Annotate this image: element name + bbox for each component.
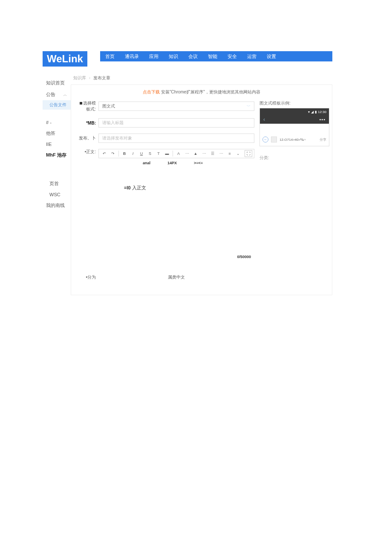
title-placeholder: 请输入标题 <box>102 120 124 126</box>
download-link[interactable]: 点击下载 <box>143 90 160 94</box>
underline-icon[interactable]: U <box>138 150 145 157</box>
nav-knowledge[interactable]: 知识 <box>169 53 178 60</box>
chevron-up-icon: ︿ <box>63 92 67 98</box>
nav-ops[interactable]: 运营 <box>247 53 257 60</box>
thumbnail-icon <box>271 137 277 142</box>
breadcrumb: 知识库 › 发布文章 <box>71 75 332 84</box>
sidebar-page-head[interactable]: 页首 <box>43 178 71 189</box>
bgcolor-icon[interactable]: ▲ <box>192 150 199 157</box>
back-icon: ‹ <box>263 116 265 122</box>
fullscreen-icon[interactable]: ⛶ <box>245 150 252 157</box>
strike-icon[interactable]: S <box>146 150 154 157</box>
battery-icon: ▮ <box>315 110 317 114</box>
list-ol-icon[interactable]: ⋯ <box>217 150 225 157</box>
sidebar-knowledge-home[interactable]: 知识首页 <box>43 77 71 89</box>
share-label: 分享 <box>320 137 326 142</box>
sidebar-bulletin-label: 公告 <box>46 91 55 98</box>
align-icon[interactable]: ⋯ <box>200 150 208 157</box>
thumbnail-text: 12-O714>40>⅓÷ <box>280 138 317 142</box>
tb2-anal[interactable]: anal <box>143 161 150 165</box>
size-icon[interactable]: ⋯ <box>183 150 191 157</box>
category-value: 属类中文 <box>98 274 254 280</box>
tb2-align[interactable]: >≡<≡ <box>194 161 203 165</box>
signal-icon: ◢ <box>311 110 314 114</box>
body-label: •正文: <box>76 149 98 155</box>
tb2-fontsize[interactable]: 14PX <box>167 161 177 165</box>
breadcrumb-current: 发布文章 <box>93 76 110 80</box>
publish-label: 发布。卜 <box>76 135 98 141</box>
breadcrumb-sep: › <box>89 76 90 80</box>
sidebar-item-iie[interactable]: IIE <box>43 139 71 149</box>
example-title: 图文式模板示例: <box>259 100 329 106</box>
sidebar-bulletin-file[interactable]: 公告文件 <box>43 100 71 110</box>
template-type-select[interactable]: 图文式 ﹀ <box>98 102 254 111</box>
nav-ai[interactable]: 智能 <box>208 53 217 60</box>
editor-body[interactable]: =I0 入正文 <box>98 168 254 253</box>
editor-toolbar: ↶ ↷ B I U S T ▬ A <box>98 149 254 158</box>
phone-preview: ▾ ◢ ▮ 12:30 ‹ ••• − <box>259 108 329 146</box>
italic-icon[interactable]: I <box>129 150 137 157</box>
phone-status-bar: ▾ ◢ ▮ 12:30 <box>260 108 329 115</box>
color-icon[interactable]: T <box>155 150 162 157</box>
sidebar-my-south[interactable]: 我的南线 <box>43 200 71 211</box>
banner-text: 安装"Chrome扩展程序"，更快捷地浏览其他网站内容 <box>161 90 260 94</box>
nav-apps[interactable]: 应用 <box>149 53 159 60</box>
list-ul-icon[interactable]: ☰ <box>209 150 216 157</box>
char-counter: 0/50000 <box>98 253 254 259</box>
remove-icon[interactable]: − <box>262 137 268 142</box>
undo-icon[interactable]: ↶ <box>101 150 108 157</box>
nav-contacts[interactable]: 通讯录 <box>125 53 139 60</box>
breadcrumb-root[interactable]: 知识库 <box>73 76 86 80</box>
sidebar-wsc[interactable]: WSC <box>43 189 71 200</box>
wifi-icon: ▾ <box>308 110 310 114</box>
phone-nav-bar: ‹ ••• <box>260 115 329 124</box>
sidebar-mhf[interactable]: MhF 池存 <box>43 149 71 161</box>
phone-content-row: − 12-O714>40>⅓÷ 分享 <box>260 124 329 146</box>
publish-input[interactable]: 请选择发布对象 <box>98 134 254 143</box>
font-icon[interactable]: A <box>175 150 182 157</box>
editor-prefix: =I0 <box>124 185 131 190</box>
nav-home[interactable]: 首页 <box>105 53 115 60</box>
sidebar-item-hash[interactable]: # - <box>43 117 71 128</box>
fill-icon[interactable]: ▬ <box>163 150 171 157</box>
category-label: •分为 <box>76 274 98 280</box>
publish-placeholder: 请选择发布对象 <box>102 135 132 141</box>
editor-placeholder: 入正文 <box>131 185 146 190</box>
template-type-value: 图文式 <box>102 103 115 109</box>
chevron-down-icon: ﹀ <box>247 104 251 109</box>
title-label: *MB: <box>76 121 98 125</box>
top-nav: 首页 通讯录 应用 知识 会议 智能 安全 运营 设置 <box>100 51 332 61</box>
download-banner: 点击下载 安装"Chrome扩展程序"，更快捷地浏览其他网站内容 <box>71 87 332 97</box>
sidebar-bulletin[interactable]: 公告 ︿ <box>43 89 71 100</box>
bold-icon[interactable]: B <box>121 150 128 157</box>
sidebar-item-answer[interactable]: 他答 <box>43 128 71 139</box>
nav-settings[interactable]: 设置 <box>267 53 276 60</box>
nav-security[interactable]: 安全 <box>228 53 237 60</box>
redo-icon[interactable]: ↷ <box>109 150 117 157</box>
status-time: 12:30 <box>318 110 326 114</box>
editor-toolbar-2: anal 14PX >≡<≡ <box>98 158 254 168</box>
template-type-label: 选择模板式: <box>76 100 98 112</box>
form-panel: 点击下载 安装"Chrome扩展程序"，更快捷地浏览其他网站内容 选择模板式: … <box>71 84 332 295</box>
indent-icon[interactable]: ≡ <box>226 150 233 157</box>
nav-meeting[interactable]: 会议 <box>188 53 198 60</box>
more-icon[interactable]: ⌄ <box>234 150 242 157</box>
logo: WeLink <box>43 51 87 67</box>
title-input[interactable]: 请输入标题 <box>98 118 254 128</box>
sidebar: 知识首页 公告 ︿ 公告文件 # - 他答 IIE MhF 池存 页首 WSC … <box>43 75 71 295</box>
more-dots-icon: ••• <box>319 117 326 122</box>
example-category-label: 分类: <box>259 155 329 161</box>
